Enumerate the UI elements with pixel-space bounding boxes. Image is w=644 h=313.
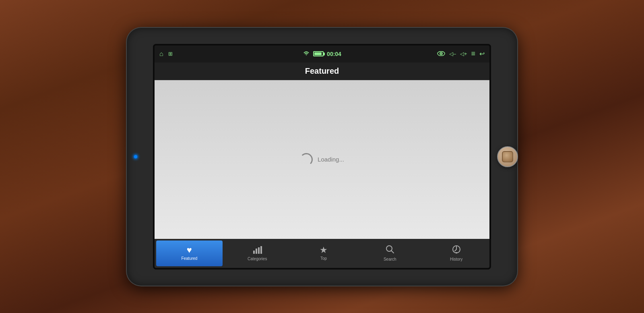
tablet-screen: ⌂ ⊞ 00:04 — [155, 46, 489, 268]
history-icon — [452, 245, 461, 255]
nav-label-history: History — [450, 257, 462, 261]
nav-label-categories: Categories — [248, 257, 267, 261]
nav-item-featured[interactable]: ♥ Featured — [156, 240, 223, 266]
screen-border: ⌂ ⊞ 00:04 — [153, 44, 491, 269]
tablet-device: ⌂ ⊞ 00:04 — [127, 28, 517, 286]
wifi-icon — [303, 50, 310, 57]
home-button-inner — [502, 151, 513, 162]
main-content: Loading... — [155, 80, 489, 239]
bottom-navigation: ♥ Featured Categories ★ — [155, 239, 489, 268]
loading-container: Loading... — [300, 153, 344, 166]
page-title: Featured — [305, 66, 339, 76]
home-button[interactable] — [497, 146, 518, 167]
nav-item-top[interactable]: ★ Top — [291, 239, 357, 268]
categories-icon — [252, 246, 262, 255]
svg-line-8 — [391, 251, 394, 253]
menu-icon[interactable]: ≡ — [471, 50, 475, 58]
back-icon[interactable]: ↩ — [479, 50, 485, 58]
status-time: 00:04 — [327, 51, 341, 57]
status-bar: ⌂ ⊞ 00:04 — [155, 46, 489, 62]
vol-down-icon[interactable]: ◁– — [449, 51, 456, 57]
vol-up-icon[interactable]: ◁+ — [460, 51, 467, 57]
svg-point-2 — [440, 53, 442, 54]
svg-rect-5 — [258, 247, 260, 254]
top-icon: ★ — [320, 246, 328, 255]
eye-icon[interactable] — [437, 50, 445, 58]
home-icon[interactable]: ⌂ — [159, 50, 163, 58]
loading-spinner — [300, 153, 313, 166]
svg-rect-3 — [253, 251, 255, 254]
status-left-group: ⌂ ⊞ — [159, 50, 299, 58]
status-center-group: 00:04 — [303, 50, 341, 57]
svg-rect-4 — [256, 249, 257, 254]
nav-label-top: Top — [320, 256, 327, 261]
nav-item-categories[interactable]: Categories — [224, 239, 291, 268]
bluetooth-led — [134, 155, 137, 158]
svg-rect-6 — [260, 246, 262, 254]
search-icon — [386, 245, 394, 255]
apps-icon[interactable]: ⊞ — [168, 51, 173, 57]
loading-text: Loading... — [318, 156, 344, 163]
nav-label-search: Search — [384, 257, 396, 261]
battery-icon — [313, 51, 324, 56]
nav-item-search[interactable]: Search — [357, 239, 423, 268]
status-right-group: ◁– ◁+ ≡ ↩ — [345, 50, 485, 58]
featured-icon: ♥ — [187, 246, 192, 255]
nav-label-featured: Featured — [181, 256, 197, 261]
title-bar: Featured — [155, 62, 489, 80]
nav-item-history[interactable]: History — [423, 239, 489, 268]
